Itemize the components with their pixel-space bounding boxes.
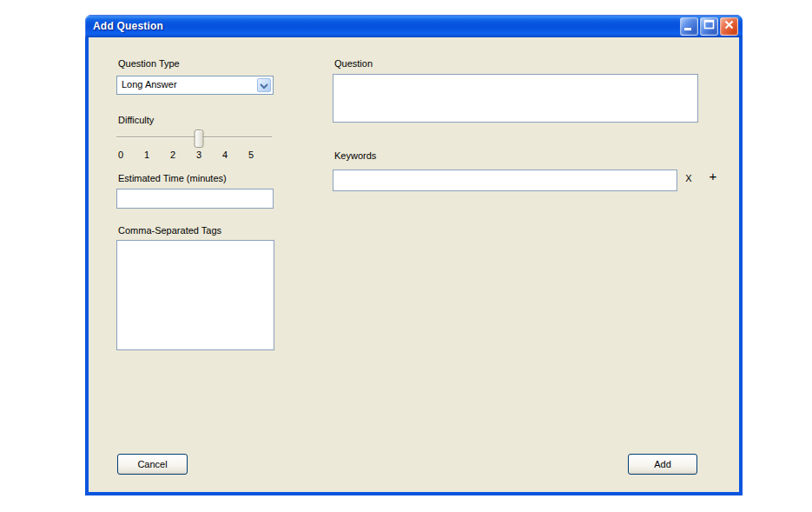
dialog-body: Question Type Long Answer Difficulty 0 1… (89, 37, 739, 492)
keyword-remove-button[interactable]: X (683, 173, 695, 183)
keywords-input[interactable] (333, 170, 677, 191)
titlebar[interactable]: Add Question (85, 15, 743, 37)
difficulty-slider-thumb[interactable] (195, 130, 204, 148)
difficulty-label: Difficulty (118, 115, 154, 125)
tick-label-0: 0 (116, 150, 125, 160)
tick-label-1: 1 (142, 150, 151, 160)
tick-label-3: 3 (195, 150, 203, 160)
chevron-down-icon (260, 77, 268, 93)
question-type-combobox[interactable]: Long Answer (116, 76, 274, 95)
question-type-label: Question Type (118, 58, 180, 69)
keywords-label: Keywords (334, 150, 376, 161)
tags-textarea[interactable] (116, 240, 274, 350)
question-type-dropdown-button[interactable] (257, 78, 271, 92)
window-title: Add Question (85, 20, 163, 32)
maximize-icon (701, 17, 717, 37)
tags-label: Comma-Separated Tags (118, 225, 221, 236)
add-button[interactable]: Add (628, 454, 697, 475)
add-question-window: Add Question (85, 15, 743, 495)
question-type-value: Long Answer (122, 79, 177, 90)
question-label: Question (334, 58, 373, 69)
tick-label-5: 5 (247, 150, 255, 160)
tick-label-2: 2 (168, 150, 177, 160)
difficulty-slider (120, 130, 252, 148)
difficulty-tick-labels: 0 1 2 3 4 5 (116, 150, 255, 160)
close-button[interactable] (720, 17, 738, 36)
minimize-icon (681, 17, 697, 37)
maximize-button[interactable] (700, 17, 718, 36)
keyword-add-button[interactable]: + (706, 169, 720, 183)
estimated-time-label: Estimated Time (minutes) (118, 173, 227, 183)
close-icon (721, 17, 737, 37)
minimize-button[interactable] (680, 17, 698, 36)
window-controls (680, 17, 743, 36)
tick-label-4: 4 (221, 150, 229, 160)
cancel-button[interactable]: Cancel (117, 454, 188, 475)
question-textarea[interactable] (333, 74, 698, 123)
estimated-time-input[interactable] (116, 189, 274, 209)
